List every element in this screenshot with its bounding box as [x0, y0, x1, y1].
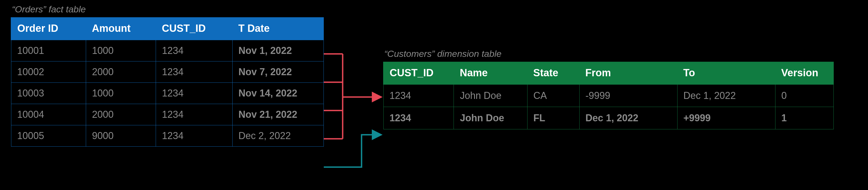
customers-cell-from: Dec 1, 2022	[579, 107, 677, 129]
table-row: 1000310001234Nov 14, 2022	[11, 83, 323, 104]
orders-table: Order ID Amount CUST_ID T Date 100011000…	[11, 17, 324, 147]
orders-cell-order-id: 10004	[11, 104, 86, 125]
customers-caption: “Customers” dimension table	[383, 48, 834, 59]
customers-cell-version: 0	[775, 84, 834, 107]
customers-cell-name: John Doe	[454, 84, 527, 107]
customers-cell-to: Dec 1, 2022	[677, 84, 775, 107]
table-row: 1234John DoeFLDec 1, 2022+99991	[383, 107, 834, 129]
customers-cell-cust-id: 1234	[383, 84, 454, 107]
orders-header-amount: Amount	[86, 17, 156, 40]
table-row: 1234John DoeCA-9999Dec 1, 20220	[383, 84, 834, 107]
customers-table: CUST_ID Name State From To Version 1234J…	[383, 62, 834, 129]
customers-cell-version: 1	[775, 107, 834, 129]
connector-fifth-order	[324, 135, 380, 167]
orders-cell-cust-id: 1234	[156, 62, 232, 83]
table-row: 1000110001234Nov 1, 2022	[11, 40, 323, 62]
customers-table-wrap: “Customers” dimension table CUST_ID Name…	[383, 48, 834, 129]
orders-cell-cust-id: 1234	[156, 40, 232, 62]
customers-cell-to: +9999	[677, 107, 775, 129]
orders-cell-tdate: Nov 1, 2022	[232, 40, 323, 62]
table-row: 1000420001234Nov 21, 2022	[11, 104, 323, 125]
customers-header-cust-id: CUST_ID	[383, 62, 454, 84]
orders-body: 1000110001234Nov 1, 20221000220001234Nov…	[11, 40, 323, 147]
customers-cell-name: John Doe	[454, 107, 527, 129]
customers-cell-cust-id: 1234	[383, 107, 454, 129]
customers-cell-from: -9999	[579, 84, 677, 107]
customers-cell-state: FL	[527, 107, 579, 129]
orders-cell-tdate: Nov 7, 2022	[232, 62, 323, 83]
orders-cell-tdate: Nov 21, 2022	[232, 104, 323, 125]
connector-first-four-orders	[324, 54, 380, 139]
orders-cell-amount: 1000	[86, 40, 156, 62]
customers-cell-state: CA	[527, 84, 579, 107]
orders-cell-order-id: 10003	[11, 83, 86, 104]
customers-header-version: Version	[775, 62, 834, 84]
orders-cell-amount: 2000	[86, 104, 156, 125]
orders-cell-cust-id: 1234	[156, 83, 232, 104]
orders-table-wrap: “Orders” fact table Order ID Amount CUST…	[11, 4, 324, 147]
customers-header-state: State	[527, 62, 579, 84]
orders-header-tdate: T Date	[232, 17, 323, 40]
orders-cell-amount: 9000	[86, 125, 156, 147]
customers-header-row: CUST_ID Name State From To Version	[383, 62, 834, 84]
orders-cell-tdate: Nov 14, 2022	[232, 83, 323, 104]
orders-cell-tdate: Dec 2, 2022	[232, 125, 323, 147]
orders-cell-cust-id: 1234	[156, 125, 232, 147]
orders-cell-order-id: 10002	[11, 62, 86, 83]
customers-body: 1234John DoeCA-9999Dec 1, 202201234John …	[383, 84, 834, 129]
customers-header-name: Name	[454, 62, 527, 84]
table-row: 1000220001234Nov 7, 2022	[11, 62, 323, 83]
orders-cell-cust-id: 1234	[156, 104, 232, 125]
orders-cell-order-id: 10005	[11, 125, 86, 147]
orders-cell-amount: 1000	[86, 83, 156, 104]
customers-header-to: To	[677, 62, 775, 84]
orders-header-cust-id: CUST_ID	[156, 17, 232, 40]
orders-header-order-id: Order ID	[11, 17, 86, 40]
customers-header-from: From	[579, 62, 677, 84]
orders-header-row: Order ID Amount CUST_ID T Date	[11, 17, 323, 40]
orders-caption: “Orders” fact table	[11, 4, 324, 14]
orders-cell-amount: 2000	[86, 62, 156, 83]
orders-cell-order-id: 10001	[11, 40, 86, 62]
table-row: 1000590001234Dec 2, 2022	[11, 125, 323, 147]
